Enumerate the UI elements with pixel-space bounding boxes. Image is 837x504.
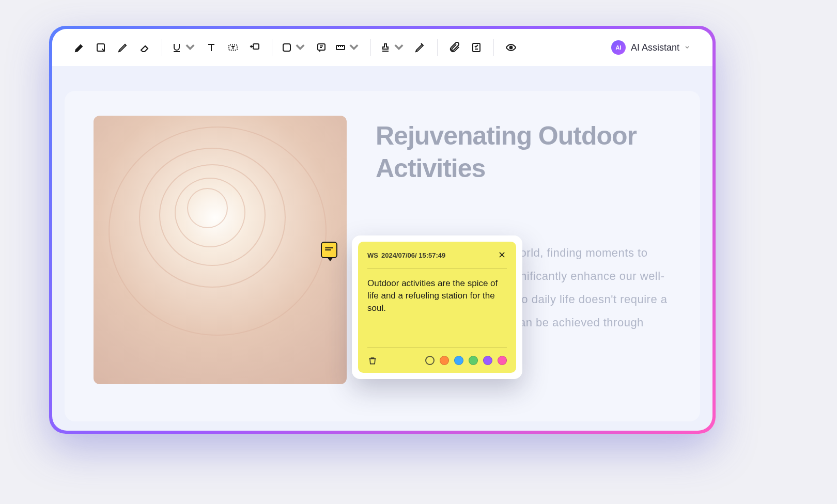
trash-icon[interactable] — [367, 355, 378, 366]
sticky-note-timestamp: 2024/07/06/ 15:57:49 — [381, 251, 445, 259]
area-highlight-icon[interactable] — [92, 39, 110, 56]
textbox-icon[interactable] — [224, 39, 242, 56]
svg-rect-3 — [283, 44, 290, 51]
divider — [370, 39, 371, 56]
color-swatch-orange[interactable] — [440, 356, 449, 365]
sticky-note-popup: WS 2024/07/06/ 15:57:49 ✕ Outdoor activi… — [352, 235, 522, 379]
color-swatch-none[interactable] — [425, 356, 435, 365]
underline-icon[interactable] — [171, 39, 198, 56]
highlighter-icon[interactable] — [71, 39, 88, 56]
content-area: Rejuvenating Outdoor Activities In the f… — [52, 66, 712, 431]
sticky-note-header: WS 2024/07/06/ 15:57:49 ✕ — [367, 250, 507, 260]
divider — [272, 39, 272, 56]
eye-icon[interactable] — [502, 39, 520, 56]
svg-rect-6 — [473, 43, 480, 52]
document-image — [94, 116, 347, 384]
attachment-icon[interactable] — [446, 39, 463, 56]
close-icon[interactable]: ✕ — [497, 250, 507, 260]
svg-rect-2 — [253, 44, 259, 49]
chevron-down-icon — [685, 45, 690, 50]
ai-assistant-label: AI Assistant — [631, 42, 679, 53]
sticky-note-inner: WS 2024/07/06/ 15:57:49 ✕ Outdoor activi… — [358, 242, 516, 373]
divider — [162, 39, 162, 56]
sticky-note-author: WS — [367, 251, 378, 259]
document-heading: Rejuvenating Outdoor Activities — [376, 120, 671, 184]
app-inner: AI AI Assistant Rejuvenating Outdoor Act… — [52, 29, 712, 431]
note-icon[interactable] — [313, 39, 330, 56]
pencil-icon[interactable] — [114, 39, 132, 56]
color-swatches — [425, 356, 507, 365]
svg-point-7 — [510, 46, 513, 49]
eraser-icon[interactable] — [136, 39, 153, 56]
signature-icon[interactable] — [411, 39, 429, 56]
shape-icon[interactable] — [281, 39, 308, 56]
divider — [437, 39, 438, 56]
sticky-note-footer — [367, 348, 507, 366]
callout-icon[interactable] — [246, 39, 264, 56]
ai-assistant-button[interactable]: AI AI Assistant — [607, 38, 694, 57]
measure-icon[interactable] — [334, 39, 362, 56]
divider — [367, 269, 507, 269]
app-frame: AI AI Assistant Rejuvenating Outdoor Act… — [49, 26, 716, 434]
color-swatch-purple[interactable] — [483, 356, 492, 365]
toolbar: AI AI Assistant — [52, 29, 712, 66]
color-swatch-blue[interactable] — [454, 356, 463, 365]
stamp-icon[interactable] — [379, 39, 407, 56]
sticky-note-body[interactable]: Outdoor activities are the spice of life… — [367, 277, 507, 339]
checklist-icon[interactable] — [468, 39, 485, 56]
note-marker-icon[interactable] — [321, 242, 337, 258]
ai-badge-icon: AI — [611, 40, 626, 55]
divider — [493, 39, 494, 56]
color-swatch-pink[interactable] — [498, 356, 507, 365]
color-swatch-green[interactable] — [469, 356, 478, 365]
text-icon[interactable] — [203, 39, 220, 56]
